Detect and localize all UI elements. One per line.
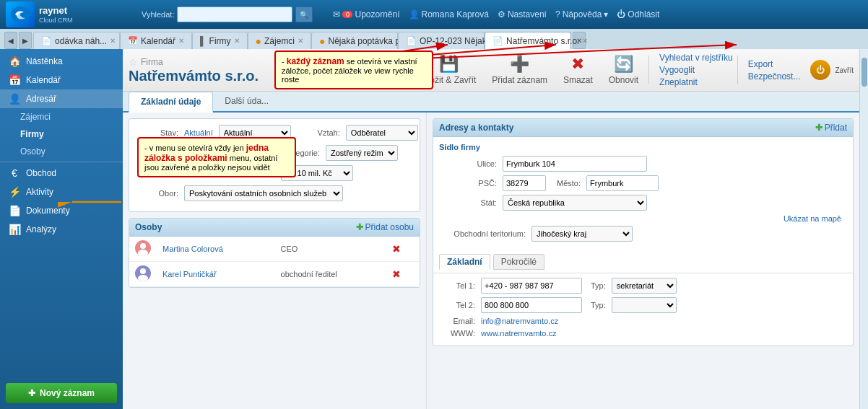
home-icon: 🏠 [9, 56, 20, 67]
refresh-label: Obnovit [609, 75, 638, 85]
close-button[interactable]: ⏻ [810, 60, 830, 80]
kategorie-dropdown[interactable]: Zostřený režim [326, 145, 398, 161]
add-person-link[interactable]: ✚ Přidat osobu [356, 222, 414, 232]
tel1-input[interactable] [481, 278, 582, 294]
add-address-link[interactable]: ✚ Přidat [815, 123, 847, 133]
tab-nav-left[interactable]: ◀ [4, 32, 17, 49]
document-icon: 📄 [9, 205, 20, 216]
obor-dropdown[interactable]: Poskytování ostatních osobních služeb [184, 185, 343, 201]
sidebar: 🏠 Nástěnka 📅 Kalendář 👤 Adresář Zájemci … [0, 49, 123, 409]
vztah-label: Vztah: [297, 128, 340, 137]
user-menu[interactable]: 👤 Romana Kaprová [409, 9, 489, 19]
sidebar-label-nastEnka: Nástěnka [26, 56, 63, 66]
tab-close-1[interactable]: ✕ [178, 37, 184, 45]
teritorium-row: Obchodní teritorium: Jihočeský kraj [439, 226, 847, 242]
delete-person-1[interactable]: ✖ [392, 268, 401, 280]
registry-link[interactable]: Vyhledat v rejstříku [659, 53, 733, 63]
psc-input[interactable] [503, 175, 546, 191]
sub-tab-dalsi-label: Další úda... [225, 96, 269, 106]
tab-5[interactable]: 📄 OP-12-023 Nějaká popt... ✕ [398, 32, 485, 49]
new-record-button[interactable]: ✚ Nový záznam [6, 383, 117, 403]
tab-close-3[interactable]: ✕ [298, 37, 303, 45]
contact-tab-pokrocile[interactable]: Pokročilé [493, 254, 544, 270]
tabs-bar: ◀ ▶ 📄 odávka náh... ✕ 📅 Kalendář ✕ ▌ Fir… [0, 29, 868, 49]
toolbar-title-area: ☆ Firma Natřemvámto s.r.o. [129, 56, 259, 84]
tab-close-6[interactable]: ✕ [582, 37, 588, 45]
sub-tab-zakladni[interactable]: Základní údaje [129, 92, 213, 113]
export-link[interactable]: Export [748, 59, 801, 69]
deactivate-link[interactable]: Zneplatnit [659, 77, 733, 87]
www-value[interactable]: www.natremvamto.cz [481, 329, 557, 338]
sidebar-item-adresar[interactable]: 👤 Adresář [0, 89, 123, 108]
top-header: raynet Cloud CRM Vyhledat: 🔍 ✉ 0 Upozorn… [0, 0, 868, 29]
delete-person-0[interactable]: ✖ [392, 243, 401, 255]
mesto-input[interactable] [586, 175, 659, 191]
search-input[interactable] [177, 6, 292, 22]
stat-dropdown[interactable]: Česká republika [503, 195, 647, 211]
person-name-1[interactable]: Karel Puntičkář [162, 270, 217, 278]
main-layout: 🏠 Nástěnka 📅 Kalendář 👤 Adresář Zájemci … [0, 49, 868, 409]
security-link[interactable]: Bezpečnost... [748, 71, 801, 82]
tab-1[interactable]: 📅 Kalendář ✕ [120, 32, 192, 49]
logout-btn[interactable]: ⏻ Odhlásit [617, 9, 659, 19]
sidebar-item-kalendar[interactable]: 📅 Kalendář [0, 71, 123, 89]
map-link[interactable]: Ukázat na mapě [439, 214, 841, 223]
settings-btn[interactable]: ⚙ Nastavení [498, 9, 547, 19]
sidebar-item-aktivity[interactable]: ⚡ Aktivity [0, 182, 123, 201]
help-btn[interactable]: ? Nápověda ▾ [555, 9, 608, 19]
tab-close-0[interactable]: ✕ [110, 37, 116, 45]
tab-2[interactable]: ▌ Firmy ✕ [192, 32, 248, 49]
svg-point-2 [138, 250, 148, 256]
www-row: WWW: www.natremvamto.cz [439, 329, 847, 338]
tel1-typ-dropdown[interactable]: sekretariát [612, 278, 677, 294]
person-role-0: CEO [281, 245, 298, 253]
tab-icon-6: 📄 [492, 36, 503, 46]
email-label: Email: [439, 317, 475, 325]
plus-icon: ✚ [356, 222, 363, 232]
ulice-input[interactable] [503, 156, 647, 172]
scrollbar[interactable] [859, 49, 868, 409]
plus-icon-2: ✚ [815, 123, 823, 133]
firma-name: Natřemvámto s.r.o. [129, 68, 259, 84]
tel2-input[interactable] [481, 297, 582, 313]
tab-close-2[interactable]: ✕ [234, 37, 240, 45]
tel2-row: Tel 2: Typ: [439, 297, 847, 313]
user-name: Romana Kaprová [422, 9, 489, 19]
stav-value[interactable]: Aktuální [184, 128, 213, 137]
sidebar-label-osoby: Osoby [20, 146, 45, 157]
sidebar-item-dokumenty[interactable]: 📄 Dokumenty [0, 201, 123, 220]
teritorium-dropdown[interactable]: Jihočeský kraj [531, 226, 633, 242]
add-record-button[interactable]: ➕ Přidat záznam [486, 52, 553, 88]
psc-row: PSČ: Město: [439, 175, 847, 191]
sidebar-item-firmy[interactable]: Firmy [0, 126, 123, 143]
email-value[interactable]: info@natremvamto.cz [481, 317, 558, 325]
notifications-btn[interactable]: ✉ 0 Upozornění [333, 9, 399, 19]
tab-0[interactable]: 📄 odávka náh... ✕ [33, 32, 120, 49]
chevron-down-icon: ▾ [604, 9, 608, 19]
sidebar-item-nastEnka[interactable]: 🏠 Nástěnka [0, 52, 123, 71]
person-name-0[interactable]: Martina Colorová [162, 245, 223, 253]
tab-3[interactable]: ● Zájemci ✕ [248, 32, 311, 49]
sidebar-item-analyzy[interactable]: 📊 Analýzy [0, 220, 123, 239]
star-icon[interactable]: ☆ [129, 56, 138, 68]
tab-6[interactable]: 📄 Natřemvámto s.r.o. ✕ [485, 32, 571, 49]
svg-point-0 [11, 6, 30, 22]
avatar-1 [135, 265, 151, 281]
sub-tab-dalsi[interactable]: Další úda... [213, 92, 280, 113]
delete-button[interactable]: ✖ Smazat [557, 52, 599, 88]
search-button[interactable]: 🔍 [295, 6, 313, 22]
sidebar-item-osoby[interactable]: Osoby [0, 143, 123, 160]
sidebar-item-obchod[interactable]: € Obchod [0, 164, 123, 182]
tab-label-2: Firmy [209, 36, 231, 46]
contact-tab-zakladni[interactable]: Základní [439, 254, 490, 270]
refresh-button[interactable]: 🔄 Obnovit [603, 52, 644, 88]
tel2-typ-dropdown[interactable] [612, 297, 677, 313]
sidebar-item-zajemci[interactable]: Zájemci [0, 108, 123, 126]
sidlo-label: Sídlo firmy [439, 143, 847, 151]
toolbar-sep2 [737, 56, 738, 84]
tab-4[interactable]: ● Nějaká poptávka po te... ✕ [311, 32, 398, 49]
google-link[interactable]: Vygooglit [659, 65, 733, 75]
vztah-dropdown[interactable]: Odběratel [346, 125, 418, 141]
tab-nav-right[interactable]: ▶ [19, 32, 32, 49]
right-column: Adresy a kontakty ✚ Přidat Sídlo firmy U… [426, 113, 859, 409]
